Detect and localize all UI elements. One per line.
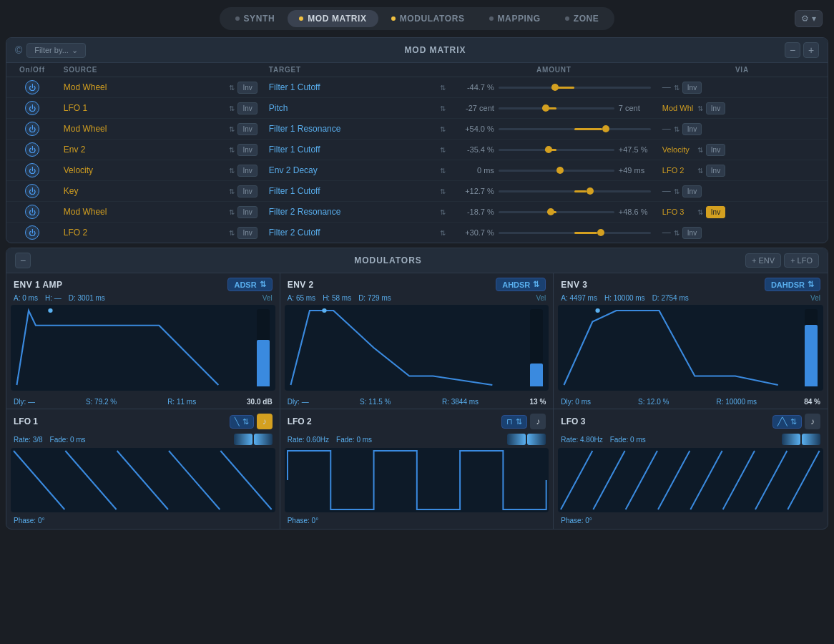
via-arrows-icon[interactable]: ⇅ [674,125,680,133]
power-button[interactable]: ⏻ [25,205,39,219]
source-inv-button[interactable]: Inv [237,123,257,135]
power-button[interactable]: ⏻ [25,122,39,136]
target-arrows-icon[interactable]: ⇅ [440,208,446,216]
target-arrows-icon[interactable]: ⇅ [440,167,446,175]
vel-bar[interactable] [805,325,818,386]
panel-controls: − + [785,42,819,58]
power-button[interactable]: ⏻ [25,142,39,157]
env-type-select[interactable]: ADSR ⇅ [227,278,272,291]
target-arrows-icon[interactable]: ⇅ [440,104,446,112]
via-inv-button[interactable]: Inv [682,123,702,135]
amount-slider[interactable] [499,232,651,234]
source-arrows-icon[interactable]: ⇅ [229,229,235,237]
via-arrows-icon[interactable]: ⇅ [697,208,703,216]
lfo-fade-down-button[interactable] [527,434,546,445]
via-inv-button[interactable]: Inv [682,185,702,197]
tab-zone[interactable]: ZONE [554,10,611,27]
source-arrows-icon[interactable]: ⇅ [229,104,235,112]
power-button[interactable]: ⏻ [25,184,39,198]
modulators-minus-button[interactable]: − [15,253,31,268]
source-inv-button[interactable]: Inv [237,144,257,156]
add-lfo-button[interactable]: + LFO [784,253,819,268]
minus-button[interactable]: − [785,42,800,58]
tab-mapping[interactable]: MAPPING [478,10,552,27]
target-arrows-icon[interactable]: ⇅ [440,187,446,195]
via-arrows-icon[interactable]: ⇅ [674,187,680,195]
col-via: VIA [657,63,828,77]
env-display[interactable]: Vel [558,305,823,391]
lfo-type-select[interactable]: ⊓ ⇅ [501,415,527,429]
via-dash: — [662,186,671,196]
lfo-display[interactable] [285,448,549,512]
env-type-select[interactable]: DAHDSR ⇅ [765,278,820,291]
lfo-type-select[interactable]: ╱╲ ⇅ [772,415,802,429]
tab-synth[interactable]: SYNTH [224,10,287,27]
via-arrows-icon[interactable]: ⇅ [674,84,680,92]
target-arrows-icon[interactable]: ⇅ [440,146,446,154]
power-button[interactable]: ⏻ [25,225,39,240]
amount-slider[interactable] [499,107,614,109]
source-arrows-icon[interactable]: ⇅ [229,84,235,92]
tab-mapping-label: MAPPING [498,14,541,24]
lfo-fade-down-button[interactable] [802,434,820,445]
source-arrows-icon[interactable]: ⇅ [229,167,235,175]
via-arrows-icon[interactable]: ⇅ [697,146,703,154]
source-inv-button[interactable]: Inv [237,82,257,94]
source-inv-button[interactable]: Inv [237,206,257,218]
via-arrows-icon[interactable]: ⇅ [697,104,703,112]
power-button[interactable]: ⏻ [25,101,39,115]
power-button[interactable]: ⏻ [25,80,39,94]
source-arrows-icon[interactable]: ⇅ [229,187,235,195]
lfo-music-button[interactable]: ♪ [257,414,273,429]
source-arrows-icon[interactable]: ⇅ [229,208,235,216]
tab-mod-matrix[interactable]: MOD MATRIX [288,10,378,27]
table-row: ⏻ LFO 2 ⇅ Inv Filter 2 Cutoff ⇅ +30.7 % … [6,223,828,243]
amount-slider[interactable] [499,128,651,130]
lfo-fade-up-button[interactable] [507,434,526,445]
add-env-button[interactable]: + ENV [745,253,781,268]
source-inv-button[interactable]: Inv [237,165,257,177]
source-inv-button[interactable]: Inv [237,185,257,197]
via-inv-button[interactable]: Inv [706,206,725,218]
source-inv-button[interactable]: Inv [237,227,257,239]
via-arrows-icon[interactable]: ⇅ [674,229,680,237]
lfo-fade-buttons [234,434,273,445]
env-display[interactable]: Vel [285,305,549,391]
lfo-display[interactable] [11,448,275,512]
amount-slider[interactable] [499,87,651,89]
amount-slider[interactable] [499,170,614,172]
via-inv-button[interactable]: Inv [706,102,725,114]
via-inv-button[interactable]: Inv [682,227,702,239]
lfo-display[interactable] [558,448,823,512]
power-button[interactable]: ⏻ [25,163,39,177]
filter-button[interactable]: Filter by... ⌄ [26,43,85,58]
lfo-params: Rate: 4.80Hz Fade: 0 ms [554,432,828,448]
vel-bar[interactable] [257,340,270,386]
via-inv-button[interactable]: Inv [706,144,725,156]
lfo-music-button[interactable]: ♪ [805,414,820,429]
lfo-fade-down-button[interactable] [254,434,273,445]
bypass-icon[interactable]: © [15,44,22,56]
env-type-select[interactable]: AHDSR ⇅ [496,278,546,291]
lfo-fade-up-button[interactable] [234,434,252,445]
via-inv-button[interactable]: Inv [706,165,725,177]
vel-bar[interactable] [530,364,543,386]
env-display[interactable]: Vel [11,305,275,391]
target-arrows-icon[interactable]: ⇅ [440,125,446,133]
source-arrows-icon[interactable]: ⇅ [229,125,235,133]
amount-slider[interactable] [499,190,651,192]
lfo-music-button[interactable]: ♪ [530,414,546,429]
gear-button[interactable]: ⚙ ▾ [795,10,823,27]
amount-slider[interactable] [499,149,614,151]
source-arrows-icon[interactable]: ⇅ [229,146,235,154]
via-arrows-icon[interactable]: ⇅ [697,167,703,175]
target-arrows-icon[interactable]: ⇅ [440,84,446,92]
plus-button[interactable]: + [803,42,819,58]
tab-modulators[interactable]: MODULATORS [380,10,476,27]
source-inv-button[interactable]: Inv [237,102,257,114]
via-inv-button[interactable]: Inv [682,82,702,94]
lfo-type-select[interactable]: ╲ ⇅ [230,415,254,429]
amount-slider[interactable] [499,211,614,213]
target-arrows-icon[interactable]: ⇅ [440,229,446,237]
lfo-fade-up-button[interactable] [782,434,800,445]
